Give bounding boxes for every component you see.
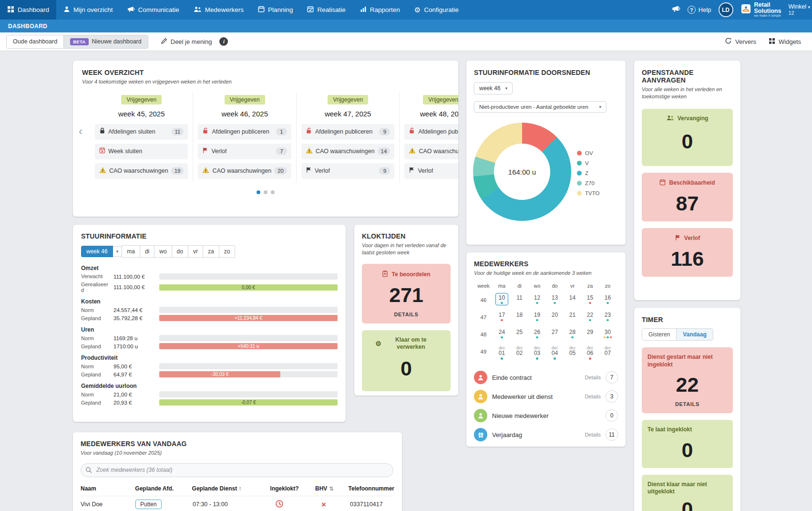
calendar-day[interactable]: 14 [564,292,581,309]
week-action-cao-waarschuwingen[interactable]: CAO waarschuwingen [404,144,458,159]
details-link[interactable]: DETAILS [368,312,445,317]
carousel-page-dot[interactable] [271,190,275,194]
week-action-verlof[interactable]: Verlof 7 [198,144,291,159]
calendar-day[interactable]: 23 [599,309,617,326]
calendar-day[interactable]: 22 [581,309,599,326]
calendar-day[interactable]: dec02 [511,343,528,363]
calendar-day[interactable]: dec05 [564,343,581,363]
calendar-day[interactable]: 15 [581,292,599,309]
nav-item-mijn-overzicht[interactable]: Mijn overzicht [56,0,120,20]
column-header-dienst[interactable]: Geplande Dienst↑ [192,485,270,492]
calendar-day[interactable]: 16 [599,292,617,309]
column-header-ingeklokt[interactable]: Ingeklokt? [270,485,315,492]
announcements-icon[interactable] [672,5,680,14]
metric-select[interactable]: Niet-productieve uren - Aantal geboekte … [474,101,606,113]
tab-vandaag[interactable]: Vandaag [676,329,712,340]
help-button[interactable]: ? Help [688,6,711,14]
week-select[interactable]: week 46 ▾ [474,82,513,94]
week-select-dropdown-icon[interactable]: ▾ [113,246,123,257]
week-select-chip[interactable]: week 46 [81,246,113,257]
carousel-prev-icon[interactable]: ‹ [79,125,82,137]
nav-item-communicatie[interactable]: Communicatie [120,0,186,20]
store-selector[interactable]: Winkel ▾ 12 [788,3,810,16]
calendar-day[interactable]: 24 [493,326,511,343]
calendar-day[interactable]: 12 [528,292,546,309]
user-avatar[interactable]: LD [719,2,733,17]
stat-card-vervanging[interactable]: Vervanging 0 [642,109,733,166]
calendar-day[interactable]: 30 [599,326,617,343]
week-action-afdelingen-publiceren[interactable]: Afdelingen publiceren 9 [301,124,394,140]
calendar-day[interactable]: 20 [546,309,564,326]
calendar-day[interactable]: dec07 [599,343,617,363]
nav-item-realisatie[interactable]: Realisatie [300,0,352,20]
carousel-page-dot[interactable] [257,190,260,194]
feedback-button[interactable]: Deel je mening [161,38,212,46]
details-link[interactable]: Details [585,394,601,399]
day-tab-wo[interactable]: wo [154,245,172,258]
day-tab-za[interactable]: za [203,245,219,258]
nav-item-configuratie[interactable]: ⚙ Configuratie [407,0,466,20]
sort-icon[interactable]: ⇅ [329,486,333,491]
day-tab-do[interactable]: do [172,245,188,258]
calendar-day[interactable]: 28 [564,326,581,343]
stat-card-te-beoordelen[interactable]: Te beoordelen 271 DETAILS [362,264,451,323]
calendar-day[interactable]: 13 [546,292,564,309]
week-action-verlof[interactable]: Verlof 9 [301,163,394,179]
week-action-cao-waarschuwingen[interactable]: CAO waarschuwingen 19 [95,163,188,179]
calendar-day[interactable]: 19 [528,309,546,326]
nav-item-rapporten[interactable]: Rapporten [353,0,407,20]
day-tab-di[interactable]: di [140,245,154,258]
details-link[interactable]: Details [585,375,601,380]
week-action-afdelingen-sluiten[interactable]: Afdelingen sluiten 11 [95,124,188,140]
event-row-uit-dienst[interactable]: Medewerker uit dienst Details 3 [474,387,618,406]
tab-gisteren[interactable]: Gisteren [642,329,676,340]
week-action-cao-waarschuwingen[interactable]: CAO waarschuwingen 14 [301,144,394,159]
calendar-day[interactable]: dec06 [581,343,599,363]
calendar-day[interactable]: 11 [511,292,528,309]
calendar-day[interactable]: 27 [546,326,564,343]
stat-card-klaar-om-te-verwerken[interactable]: ⚙ Klaar om te verwerken 0 [362,330,451,391]
carousel-next-icon[interactable]: › [449,125,452,137]
calendar-day[interactable]: dec03 [528,343,546,363]
event-row-nieuwe-medewerker[interactable]: Nieuwe medewerker 0 [474,406,618,425]
calendar-day[interactable]: 17 [493,309,511,326]
column-header-afdeling[interactable]: Geplande Afd. [135,485,192,492]
event-row-verjaardag[interactable]: Verjaardag Details 11 [474,425,618,444]
column-header-telefoon[interactable]: Telefoonnummer [349,485,394,492]
calendar-day[interactable]: dec04 [546,343,564,363]
column-header-bhv[interactable]: BHV⇅ [315,485,349,492]
day-tab-ma[interactable]: ma [122,245,140,258]
refresh-button[interactable]: Ververs [725,37,756,46]
details-link[interactable]: Details [585,432,601,438]
calendar-day[interactable]: 29 [581,326,599,343]
new-dashboard-button[interactable]: BETA Nieuwe dashboard [63,35,148,48]
week-action-verlof[interactable]: Verlof [404,163,458,179]
calendar-day[interactable]: 26 [528,326,546,343]
week-action-week-sluiten[interactable]: Week sluiten [95,144,188,159]
stat-card-niet-ingeklokt[interactable]: Dienst gestart maar niet ingeklokt 22 DE… [642,347,733,413]
stat-card-niet-uitgeklokt[interactable]: Dienst klaar maar niet uitgeklokt 0 [642,475,733,511]
carousel-page-dot[interactable] [264,190,267,194]
nav-item-dashboard[interactable]: Dashboard [0,0,56,20]
details-link[interactable]: DETAILS [648,401,727,407]
calendar-day[interactable]: 21 [564,309,581,326]
calendar-day[interactable]: 25 [511,326,528,343]
sort-asc-icon[interactable]: ↑ [238,485,241,492]
nav-item-planning[interactable]: Planning [251,0,300,20]
week-action-afdelingen-publiceren[interactable]: Afdelingen publiceren 1 [198,124,291,140]
stat-card-beschikbaarheid[interactable]: Beschikbaarheid 87 [642,173,733,221]
stat-card-verlof[interactable]: Verlof 116 [642,228,733,277]
calendar-day[interactable]: 10 [493,292,511,309]
event-row-einde-contract[interactable]: Einde contract Details 7 [474,368,618,387]
nav-item-medewerkers[interactable]: Medewerkers [186,0,251,20]
stat-card-te-laat-ingeklokt[interactable]: Te laat ingeklokt 0 [642,420,733,468]
week-action-cao-waarschuwingen[interactable]: CAO waarschuwingen 20 [198,163,291,179]
employee-row[interactable]: Vivi Doe Putten 07:30 - 13:00 × 03371104… [81,496,394,511]
search-input[interactable] [81,463,393,477]
old-dashboard-button[interactable]: Oude dashboard [7,35,63,48]
calendar-day[interactable]: dec01 [493,343,511,363]
day-tab-zo[interactable]: zo [219,245,236,258]
calendar-day[interactable]: 18 [511,309,528,326]
info-icon[interactable]: i [219,37,228,46]
column-header-naam[interactable]: Naam [81,485,135,492]
